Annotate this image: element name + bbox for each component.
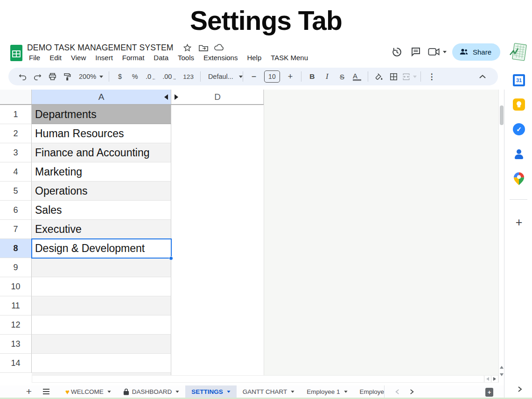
bold-button[interactable]: B: [305, 70, 319, 84]
hidden-columns-right-toggle-icon[interactable]: [175, 94, 178, 100]
menu-view[interactable]: View: [66, 53, 91, 63]
cell-A11[interactable]: [32, 296, 171, 315]
scroll-left-button[interactable]: [484, 376, 491, 382]
menu-insert[interactable]: Insert: [91, 53, 118, 63]
menu-data[interactable]: Data: [149, 53, 173, 63]
row-header-9[interactable]: 9: [0, 258, 32, 277]
increase-decimal-button[interactable]: .00 →: [160, 70, 179, 84]
cell-A14[interactable]: [32, 354, 171, 373]
row-header-6[interactable]: 6: [0, 201, 32, 220]
comment-icon[interactable]: [406, 42, 425, 61]
row-header-14[interactable]: 14: [0, 354, 32, 373]
add-sheet-button[interactable]: +: [23, 386, 35, 397]
all-sheets-icon[interactable]: [41, 389, 52, 394]
sheet-tab-settings[interactable]: SETTINGS: [185, 385, 237, 398]
tabs-scroll-left-icon[interactable]: [395, 389, 400, 395]
hidden-columns-left-toggle-icon[interactable]: [164, 94, 168, 100]
cell-A9[interactable]: [32, 258, 171, 277]
row-header-13[interactable]: 13: [0, 335, 32, 354]
menu-file[interactable]: File: [24, 53, 45, 63]
menu-task-menu[interactable]: TASK Menu: [266, 53, 313, 63]
google-maps-icon[interactable]: [512, 172, 525, 185]
cell-A5[interactable]: Operations: [32, 182, 171, 201]
format-percent-button[interactable]: %: [128, 70, 142, 84]
column-header-d[interactable]: D: [172, 90, 264, 104]
merge-cells-icon[interactable]: [402, 70, 417, 84]
row-header-10[interactable]: 10: [0, 277, 32, 296]
print-icon[interactable]: [45, 70, 59, 84]
cell-A7[interactable]: Executive: [32, 220, 171, 239]
cloud-saved-icon[interactable]: [214, 44, 224, 51]
scroll-right-button[interactable]: [491, 376, 498, 382]
horizontal-scrollbar[interactable]: [32, 375, 498, 383]
decrease-decimal-button[interactable]: .0 ←: [143, 70, 159, 84]
cell-A4[interactable]: Marketing: [32, 162, 171, 182]
fill-color-icon[interactable]: [372, 70, 386, 84]
row-header-5[interactable]: 5: [0, 182, 32, 201]
tab-caret-icon[interactable]: [344, 391, 347, 393]
tabs-scroll-right-icon[interactable]: [409, 389, 414, 395]
row-header-11[interactable]: 11: [0, 296, 32, 315]
menu-extensions[interactable]: Extensions: [199, 53, 242, 63]
google-tasks-icon[interactable]: ✓: [512, 123, 525, 136]
google-keep-icon[interactable]: [512, 98, 525, 111]
badge-plus-icon[interactable]: +: [485, 388, 493, 397]
menu-format[interactable]: Format: [118, 53, 149, 63]
italic-button[interactable]: I: [320, 70, 334, 84]
video-caret-icon[interactable]: [443, 51, 447, 53]
cell-A3[interactable]: Finance and Accounting: [32, 143, 171, 162]
google-contacts-icon[interactable]: [512, 148, 525, 161]
row-header-4[interactable]: 4: [0, 162, 32, 182]
text-color-button[interactable]: A: [350, 70, 364, 84]
sheet-tab-welcome[interactable]: ♥WELCOME: [59, 385, 117, 398]
meet-video-icon[interactable]: [425, 42, 449, 61]
row-header-8[interactable]: 8: [0, 239, 32, 258]
undo-icon[interactable]: [15, 70, 29, 84]
sheet-tab-employe[interactable]: Employe: [354, 385, 385, 398]
cell-A2[interactable]: Human Resources: [32, 124, 171, 143]
version-history-icon[interactable]: [388, 42, 406, 61]
borders-icon[interactable]: [387, 70, 401, 84]
sheet-tab-dashboard[interactable]: DASHBOARD: [117, 385, 186, 398]
menu-edit[interactable]: Edit: [45, 53, 66, 63]
tab-caret-icon[interactable]: [291, 391, 294, 393]
zoom-select[interactable]: 200%: [75, 70, 105, 84]
share-button[interactable]: Share: [452, 43, 500, 61]
paint-format-icon[interactable]: [60, 70, 74, 84]
font-size-input[interactable]: 10: [264, 70, 280, 83]
vertical-scrollbar-thumb[interactable]: [500, 105, 504, 125]
more-toolbar-button[interactable]: ⋮: [425, 70, 439, 84]
empty-canvas[interactable]: [264, 90, 498, 377]
active-cell-selection[interactable]: [31, 238, 172, 259]
format-currency-button[interactable]: $: [113, 70, 127, 84]
cell-A13[interactable]: [32, 335, 171, 354]
row-header-7[interactable]: 7: [0, 220, 32, 239]
cell-A12[interactable]: [32, 315, 171, 335]
document-title[interactable]: DEMO TASK MANAGEMENT SYSTEM: [27, 43, 174, 53]
increase-font-size-button[interactable]: +: [283, 70, 297, 84]
tab-caret-icon[interactable]: [107, 391, 111, 393]
decrease-font-size-button[interactable]: −: [247, 70, 261, 84]
cell-A6[interactable]: Sales: [32, 201, 171, 220]
scroll-up-icon[interactable]: [500, 366, 504, 369]
hide-menus-chevron-icon[interactable]: [476, 70, 490, 84]
vertical-scrollbar[interactable]: [498, 90, 504, 383]
move-folder-icon[interactable]: [199, 44, 208, 52]
row-header-2[interactable]: 2: [0, 124, 32, 143]
cell-A1[interactable]: Departments: [32, 105, 171, 124]
sheet-tab-gantt-chart[interactable]: GANTT CHART: [237, 385, 301, 398]
more-formats-button[interactable]: 123: [180, 70, 196, 84]
tab-caret-icon[interactable]: [227, 391, 230, 393]
sheets-logo-icon[interactable]: [10, 45, 23, 63]
menu-tools[interactable]: Tools: [173, 53, 199, 63]
fill-handle[interactable]: [169, 256, 173, 260]
menu-help[interactable]: Help: [242, 53, 266, 63]
font-family-select[interactable]: Defaul...: [204, 70, 239, 84]
profile-spreadsheet-art[interactable]: [508, 40, 529, 63]
sheet-tab-employee-1[interactable]: Employee 1: [301, 385, 353, 398]
scroll-down-icon[interactable]: [500, 373, 504, 376]
strikethrough-button[interactable]: S: [335, 70, 349, 84]
get-add-ons-button[interactable]: +: [512, 216, 525, 229]
column-header-a[interactable]: A: [32, 90, 171, 104]
row-header-3[interactable]: 3: [0, 143, 32, 162]
